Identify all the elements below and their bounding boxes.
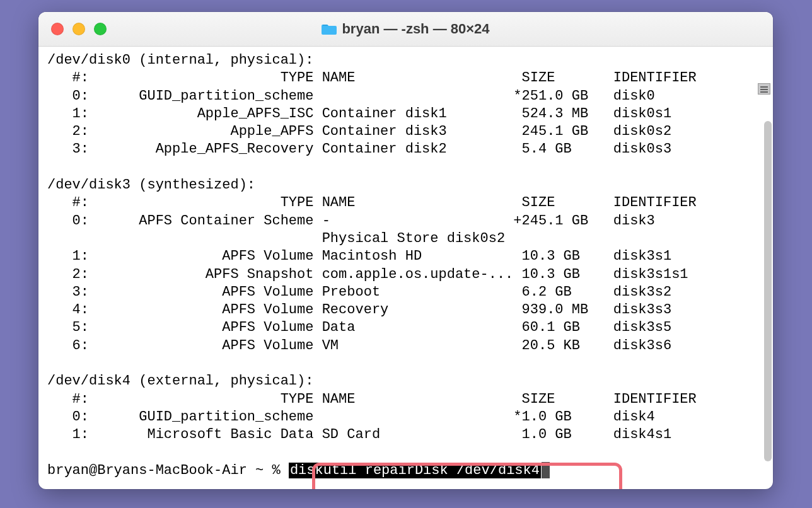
table-row: Physical Store disk0s2	[47, 231, 505, 246]
table-row: 0: GUID_partition_scheme *251.0 GB disk0	[47, 88, 655, 104]
terminal-output[interactable]: /dev/disk0 (internal, physical): #: TYPE…	[38, 47, 773, 485]
prompt-prefix: bryan@Bryans-MacBook-Air ~ %	[47, 463, 289, 478]
cursor	[542, 462, 550, 478]
minimize-button[interactable]	[72, 23, 85, 35]
table-row: 4: APFS Volume Recovery 939.0 MB disk3s3	[47, 302, 671, 318]
table-row: 2: APFS Snapshot com.apple.os.update-...…	[47, 267, 688, 282]
table-row: 1: Microsoft Basic Data SD Card 1.0 GB d…	[47, 427, 671, 442]
table-row: 1: Apple_APFS_ISC Container disk1 524.3 …	[47, 106, 671, 122]
traffic-lights	[51, 23, 107, 35]
titlebar[interactable]: bryan — -zsh — 80×24	[38, 12, 773, 47]
table-row: 3: Apple_APFS_Recovery Container disk2 5…	[47, 141, 671, 157]
scroll-menu-icon[interactable]	[758, 83, 770, 95]
disk0-header: /dev/disk0 (internal, physical):	[47, 52, 313, 68]
scrollbar[interactable]	[763, 96, 773, 477]
zoom-button[interactable]	[94, 23, 107, 35]
folder-icon	[322, 23, 337, 35]
terminal-content[interactable]: /dev/disk0 (internal, physical): #: TYPE…	[38, 47, 773, 485]
disk4-header: /dev/disk4 (external, physical):	[47, 373, 313, 389]
terminal-window: bryan — -zsh — 80×24 /dev/disk0 (interna…	[38, 12, 773, 489]
close-button[interactable]	[51, 23, 64, 35]
table-row: 6: APFS Volume VM 20.5 KB disk3s6	[47, 338, 671, 354]
disk3-columns: #: TYPE NAME SIZE IDENTIFIER	[47, 195, 697, 211]
disk4-columns: #: TYPE NAME SIZE IDENTIFIER	[47, 391, 697, 407]
table-row: 0: APFS Container Scheme - +245.1 GB dis…	[47, 213, 655, 229]
table-row: 5: APFS Volume Data 60.1 GB disk3s5	[47, 320, 671, 335]
table-row: 1: APFS Volume Macintosh HD 10.3 GB disk…	[47, 248, 671, 264]
window-title: bryan — -zsh — 80×24	[342, 21, 489, 37]
scrollbar-thumb[interactable]	[764, 121, 772, 461]
table-row: 0: GUID_partition_scheme *1.0 GB disk4	[47, 409, 655, 425]
disk3-header: /dev/disk3 (synthesized):	[47, 177, 255, 193]
command-text[interactable]: diskutil repairDisk /dev/disk4	[289, 463, 541, 478]
table-row: 2: Apple_APFS Container disk3 245.1 GB d…	[47, 124, 671, 139]
disk0-columns: #: TYPE NAME SIZE IDENTIFIER	[47, 70, 697, 86]
table-row: 3: APFS Volume Preboot 6.2 GB disk3s2	[47, 284, 671, 300]
